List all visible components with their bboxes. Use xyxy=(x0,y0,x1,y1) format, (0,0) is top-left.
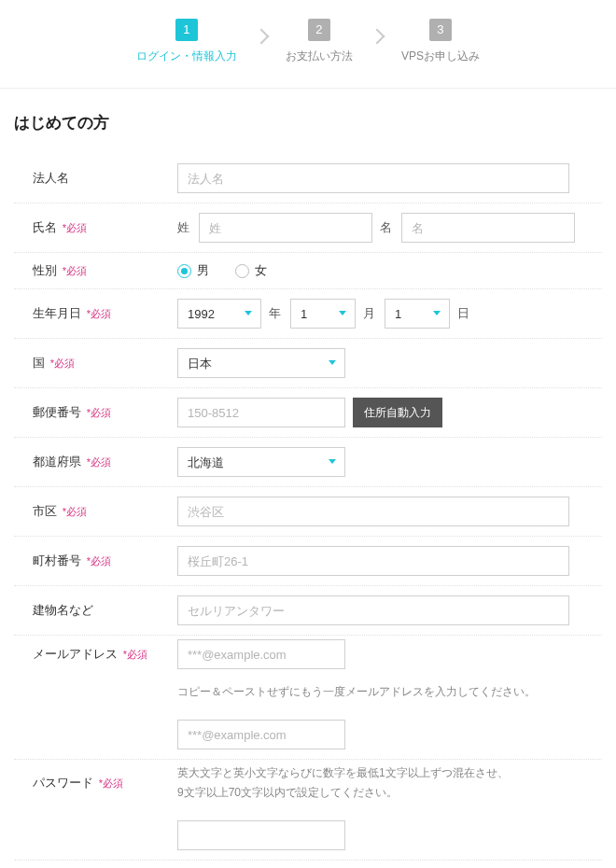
required-badge: *必須 xyxy=(87,407,111,418)
autofill-address-button[interactable]: 住所自動入力 xyxy=(353,398,442,427)
row-city: 市区 *必須 xyxy=(14,487,602,537)
building-input[interactable] xyxy=(177,595,569,625)
step-1-num: 1 xyxy=(175,19,198,41)
row-country: 国 *必須 日本 xyxy=(14,339,602,388)
radio-female-label: 女 xyxy=(255,262,267,279)
row-gender: 性別 *必須 男 女 xyxy=(14,253,602,289)
progress-steps: 1 ログイン・情報入力 2 お支払い方法 3 VPSお申し込み xyxy=(0,0,616,89)
row-password-hint: パスワード *必須 英大文字と英小文字ならびに数字を最低1文字以上ずつ混在させ、… xyxy=(14,760,602,811)
city-input[interactable] xyxy=(177,497,569,526)
row-name: 氏名 *必須 姓 名 xyxy=(14,203,602,253)
sublabel-lastname: 姓 xyxy=(177,219,189,236)
sublabel-year: 年 xyxy=(269,305,281,322)
radio-male-label: 男 xyxy=(197,262,209,279)
label-email: メールアドレス xyxy=(33,647,118,661)
row-email-hint: コピー＆ペーストせずにもう一度メールアドレスを入力してください。 xyxy=(14,679,602,710)
sublabel-firstname: 名 xyxy=(380,219,392,236)
row-email: メールアドレス *必須 xyxy=(14,636,602,679)
chevron-right-icon xyxy=(253,28,269,44)
label-building: 建物名など xyxy=(33,603,93,617)
step-2-label: お支払い方法 xyxy=(286,49,353,64)
label-gender: 性別 xyxy=(33,263,57,277)
password-hint-1: 英大文字と英小文字ならびに数字を最低1文字以上ずつ混在させ、 xyxy=(177,763,602,782)
label-birth: 生年月日 xyxy=(33,306,81,320)
step-1: 1 ログイン・情報入力 xyxy=(136,19,237,64)
label-pref: 都道府県 xyxy=(33,455,81,469)
chevron-right-icon xyxy=(369,28,385,44)
required-badge: *必須 xyxy=(63,222,87,233)
required-badge: *必須 xyxy=(87,456,111,468)
required-badge: *必須 xyxy=(87,308,111,319)
step-1-label: ログイン・情報入力 xyxy=(136,49,237,64)
step-3-label: VPSお申し込み xyxy=(401,49,480,64)
row-pref: 都道府県 *必須 北海道 xyxy=(14,438,602,487)
step-2-num: 2 xyxy=(308,19,330,41)
radio-female[interactable]: 女 xyxy=(235,262,267,279)
radio-icon xyxy=(177,264,191,278)
email-confirm-input[interactable] xyxy=(177,720,345,749)
company-input[interactable] xyxy=(177,163,569,193)
country-select[interactable]: 日本 xyxy=(177,348,345,378)
email-confirm-hint: コピー＆ペーストせずにもう一度メールアドレスを入力してください。 xyxy=(177,682,536,701)
label-company: 法人名 xyxy=(33,171,69,185)
sublabel-month: 月 xyxy=(363,305,375,322)
radio-male[interactable]: 男 xyxy=(177,262,209,279)
radio-icon xyxy=(235,264,249,278)
firstname-input[interactable] xyxy=(401,213,575,243)
required-badge: *必須 xyxy=(87,555,111,567)
row-address: 町村番号 *必須 xyxy=(14,537,602,586)
row-company: 法人名 xyxy=(14,154,602,203)
year-select[interactable]: 1992 xyxy=(177,299,261,329)
row-password xyxy=(14,811,602,861)
address-input[interactable] xyxy=(177,546,569,576)
step-2: 2 お支払い方法 xyxy=(286,19,353,64)
password-input[interactable] xyxy=(177,820,345,850)
lastname-input[interactable] xyxy=(199,213,372,243)
prefecture-select[interactable]: 北海道 xyxy=(177,447,345,477)
step-3-num: 3 xyxy=(429,19,452,41)
label-name: 氏名 xyxy=(33,220,57,234)
label-city: 市区 xyxy=(33,504,57,518)
page-title: はじめての方 xyxy=(14,112,602,133)
required-badge: *必須 xyxy=(50,357,75,369)
label-postal: 郵便番号 xyxy=(33,405,81,419)
step-3: 3 VPSお申し込み xyxy=(401,19,480,64)
required-badge: *必須 xyxy=(63,506,87,517)
day-select[interactable]: 1 xyxy=(385,299,450,329)
password-hint-2: 9文字以上70文字以内で設定してください。 xyxy=(177,783,602,802)
label-address: 町村番号 xyxy=(33,553,81,567)
email-input[interactable] xyxy=(177,639,345,669)
row-building: 建物名など xyxy=(14,586,602,636)
required-badge: *必須 xyxy=(99,777,123,789)
required-badge: *必須 xyxy=(123,649,147,660)
row-birth: 生年月日 *必須 1992 年 1 月 1 日 xyxy=(14,289,602,339)
row-postal: 郵便番号 *必須 住所自動入力 xyxy=(14,388,602,438)
required-badge: *必須 xyxy=(63,265,87,276)
row-email-confirm xyxy=(14,710,602,760)
postal-input[interactable] xyxy=(177,398,345,427)
label-country: 国 xyxy=(33,356,45,370)
label-password: パスワード xyxy=(33,776,93,790)
month-select[interactable]: 1 xyxy=(290,299,356,329)
sublabel-day: 日 xyxy=(457,305,469,322)
